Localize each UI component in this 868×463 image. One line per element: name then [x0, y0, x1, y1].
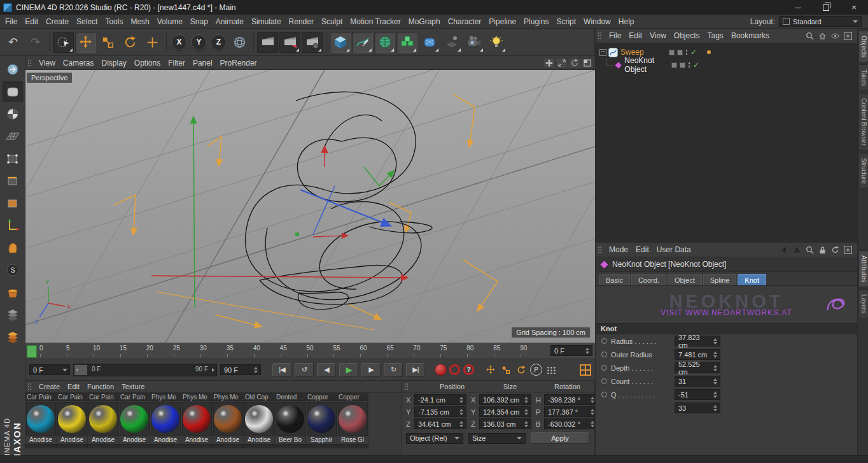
previous-frame-button[interactable]: ◀: [317, 363, 336, 377]
layer-square-icon[interactable]: [677, 50, 683, 55]
material-item[interactable]: Phys Me Anodise: [150, 393, 181, 444]
material-item[interactable]: Old Cop Anodise: [244, 393, 275, 444]
viewport-camera-label[interactable]: Perspective: [27, 73, 72, 83]
layer-square-icon[interactable]: [680, 62, 685, 68]
dock-tab-structure[interactable]: Structure: [858, 153, 868, 189]
goto-end-button[interactable]: ▶|: [406, 363, 425, 377]
menu-file[interactable]: File: [1, 16, 21, 27]
play-reverse-button[interactable]: ↺: [295, 363, 314, 377]
last-used-tool[interactable]: [142, 32, 163, 53]
key-position-toggle[interactable]: [484, 364, 496, 376]
pan-view-button[interactable]: [544, 59, 554, 68]
q-field[interactable]: -51: [675, 389, 720, 400]
model-mode-button[interactable]: [3, 82, 23, 102]
timeline-tick[interactable]: 5: [66, 343, 93, 359]
size-x-field[interactable]: 106.392 cm: [479, 394, 531, 405]
timeline-ruler[interactable]: 0 5 10 15 20 25 30 35 40 45 50 55 60 65 …: [25, 343, 595, 359]
solo-mode-button[interactable]: [580, 364, 591, 376]
material-thumbnail[interactable]: [338, 402, 368, 436]
size-y-field[interactable]: 124.354 cm: [479, 406, 531, 417]
key-parameter-toggle[interactable]: P: [530, 364, 542, 376]
object-name[interactable]: NeoKnot Object: [624, 56, 671, 74]
material-name[interactable]: Anodise: [154, 436, 177, 444]
live-selection-tool[interactable]: [53, 32, 74, 53]
vp-menu-display[interactable]: Display: [97, 57, 130, 69]
menu-script[interactable]: Script: [552, 16, 580, 27]
attr-menu-edit[interactable]: Edit: [632, 244, 653, 255]
timeline-tick[interactable]: 60: [360, 343, 386, 359]
timeline-tick[interactable]: 20: [146, 343, 173, 359]
material-thumbnail[interactable]: [244, 402, 274, 436]
polygons-mode-button[interactable]: [3, 193, 23, 213]
pos-x-field[interactable]: -24.1 cm: [414, 394, 466, 405]
anim-dot-icon[interactable]: [601, 378, 607, 384]
dock-tab-content-browser[interactable]: Content Browser: [858, 93, 868, 150]
menu-sculpt[interactable]: Sculpt: [318, 16, 346, 27]
obj-menu-objects[interactable]: Objects: [670, 30, 704, 41]
menu-snap[interactable]: Snap: [186, 16, 212, 27]
end-frame-field[interactable]: 90 F: [220, 364, 261, 375]
current-frame-field[interactable]: 0 F: [29, 364, 70, 375]
object-axis-button[interactable]: [3, 238, 23, 258]
panel-grip[interactable]: [27, 383, 32, 390]
material-name[interactable]: Anodise: [216, 436, 239, 444]
refresh-icon[interactable]: [831, 246, 839, 254]
mat-menu-edit[interactable]: Edit: [64, 382, 83, 391]
material-thumbnail[interactable]: [88, 402, 118, 436]
orbit-view-button[interactable]: [570, 59, 580, 68]
close-button[interactable]: ×: [840, 0, 868, 15]
spinner-arrows-icon[interactable]: [711, 338, 718, 345]
goto-start-button[interactable]: |◀: [272, 363, 291, 377]
panel-grip[interactable]: [598, 32, 602, 39]
material-thumbnail[interactable]: [182, 402, 212, 436]
coordinate-mode-dropdown[interactable]: Object (Rel): [406, 433, 463, 444]
vp-menu-view[interactable]: View: [35, 57, 59, 69]
material-item[interactable]: Dented Beer Bo: [275, 393, 306, 444]
object-row-neoknot[interactable]: NeoKnot Object ✓: [596, 59, 857, 71]
object-row-toggles[interactable]: ✓: [671, 61, 699, 69]
pos-z-field[interactable]: 34.641 cm: [414, 418, 466, 429]
menu-mesh[interactable]: Mesh: [127, 16, 153, 27]
enabled-check-icon[interactable]: ✓: [690, 48, 697, 56]
range-right-arrow-icon[interactable]: [212, 368, 214, 372]
key-rotation-toggle[interactable]: [515, 364, 527, 376]
material-thumbnail[interactable]: [307, 402, 337, 436]
scale-tool[interactable]: [97, 32, 118, 53]
material-thumbnail[interactable]: [57, 402, 87, 436]
tab-spline[interactable]: Spline: [703, 274, 737, 285]
object-row-toggles[interactable]: ✓: [669, 48, 711, 56]
depth-field[interactable]: 52.525 cm: [675, 362, 720, 373]
layer-color-dot[interactable]: [707, 50, 711, 54]
menu-plugins[interactable]: Plugins: [520, 16, 552, 27]
dock-tab-objects[interactable]: Objects: [858, 31, 868, 62]
deformer-button[interactable]: [419, 32, 440, 53]
autokey-button[interactable]: [449, 364, 460, 375]
material-name[interactable]: Rose Gl: [341, 436, 364, 444]
undo-button[interactable]: ↶: [3, 32, 24, 53]
menu-create[interactable]: Create: [42, 16, 73, 27]
spline-tangent-handles[interactable]: [114, 94, 498, 330]
paint-button[interactable]: [3, 282, 23, 303]
timeline-ticks[interactable]: 0 5 10 15 20 25 30 35 40 45 50 55 60 65 …: [39, 343, 547, 359]
vp-menu-cameras[interactable]: Cameras: [59, 57, 98, 69]
obj-menu-bookmarks[interactable]: Bookmarks: [727, 30, 773, 41]
material-name[interactable]: Anodise: [92, 436, 115, 444]
material-thumbnail[interactable]: [120, 402, 150, 436]
points-mode-button[interactable]: [3, 148, 23, 169]
mat-menu-function[interactable]: Function: [83, 382, 118, 391]
size-mode-dropdown[interactable]: Size: [468, 433, 526, 444]
timeline-tick[interactable]: 65: [386, 343, 413, 359]
tab-basic[interactable]: Basic: [599, 274, 630, 285]
knot-section-header[interactable]: Knot: [596, 323, 857, 334]
anim-dot-icon[interactable]: [601, 392, 607, 397]
subdivision-surface-button[interactable]: [374, 32, 395, 53]
material-item[interactable]: Phys Me Anodise: [213, 393, 244, 444]
search-icon[interactable]: [806, 32, 814, 40]
rot-h-field[interactable]: -398.238 °: [544, 394, 598, 405]
add-primitive-button[interactable]: [330, 32, 351, 53]
spinner-arrows-icon[interactable]: [711, 352, 718, 358]
spinner-arrows-icon[interactable]: [711, 365, 718, 371]
layer-stack-button[interactable]: [3, 304, 23, 325]
workplane-mode-button[interactable]: [3, 126, 23, 146]
make-editable-button[interactable]: [3, 59, 23, 80]
